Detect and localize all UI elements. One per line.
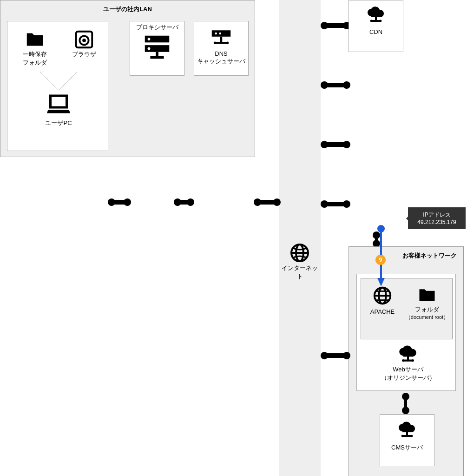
svg-point-12: [219, 33, 222, 35]
docroot-label1: フォルダ: [403, 305, 451, 314]
apache-node: APACHE: [364, 285, 401, 315]
laptop-icon: [42, 91, 75, 119]
svg-point-7: [148, 47, 151, 50]
svg-point-6: [148, 38, 151, 40]
customer-network-box: お客様ネットワーク APACHE フォルダ （document root）: [349, 246, 464, 476]
cdn-label: CDN: [349, 28, 403, 35]
svg-point-44: [412, 359, 414, 362]
arrow-start-dot: [377, 225, 385, 232]
step-badge: 9: [375, 255, 386, 265]
svg-point-47: [401, 435, 404, 437]
svg-rect-3: [51, 96, 67, 107]
callout-triangle: [40, 72, 77, 90]
server-rack-icon: [141, 32, 173, 64]
server-icon: [207, 25, 235, 50]
internet-node: インターネット: [279, 242, 321, 281]
web-server-node: Webサーバ （オリジンサーバ）: [380, 342, 436, 382]
svg-point-43: [402, 359, 404, 362]
folder-icon: [22, 29, 48, 50]
temp-folder-label1: 一時保存: [14, 50, 56, 59]
cms-label: CMSサーバ: [380, 443, 434, 452]
svg-point-15: [214, 42, 216, 44]
internet-label: インターネット: [279, 264, 321, 281]
docroot-label2: （document root）: [403, 314, 451, 321]
svg-point-16: [226, 42, 229, 44]
cms-node: CMSサーバ: [380, 414, 434, 466]
user-lan-box: ユーザの社内LAN 一時保存 フォルダ ブラウザ ユーザPC: [0, 0, 255, 157]
svg-point-34: [370, 20, 373, 22]
ip-tooltip-label2: 49.212.235.179: [414, 219, 460, 225]
dns-cache-label1: DNS: [194, 50, 248, 57]
docroot-node: フォルダ （document root）: [403, 285, 451, 321]
svg-point-35: [380, 20, 382, 22]
dns-cache-label2: キャッシュサーバ: [194, 57, 248, 66]
ip-tooltip: IPアドレス 49.212.235.179: [408, 207, 466, 229]
customer-title: お客様ネットワーク: [402, 251, 457, 260]
apache-label: APACHE: [364, 308, 401, 315]
web-server-group: APACHE フォルダ （document root） Webサーバ （オリジン…: [356, 274, 456, 391]
svg-marker-50: [377, 278, 385, 286]
svg-point-48: [411, 435, 413, 437]
user-pc-group: 一時保存 フォルダ ブラウザ ユーザPC: [7, 21, 108, 151]
user-pc-label: ユーザPC: [31, 119, 86, 127]
user-lan-title: ユーザの社内LAN: [0, 0, 255, 18]
svg-point-11: [215, 33, 217, 35]
cloud-server-icon: [394, 418, 420, 441]
proxy-label: プロキシサーバ: [130, 21, 184, 32]
temp-folder-node: 一時保存 フォルダ: [14, 29, 56, 67]
web-label1: Webサーバ: [380, 365, 436, 374]
cdn-node: CDN: [349, 0, 403, 52]
svg-point-2: [82, 39, 86, 42]
temp-folder-label2: フォルダ: [14, 59, 56, 67]
globe-icon: [289, 242, 311, 264]
user-pc-node: ユーザPC: [31, 91, 86, 127]
cloud-server-icon: [394, 342, 422, 365]
browser-icon: [73, 29, 95, 50]
web-inner: APACHE フォルダ （document root）: [361, 278, 453, 339]
cloud-server-icon: [363, 3, 389, 26]
ip-tooltip-label1: IPアドレス: [414, 211, 460, 219]
folder-icon: [415, 285, 439, 305]
conn-web-cms: [404, 394, 407, 411]
internet-column: [279, 0, 321, 476]
dns-cache-node: DNS キャッシュサーバ: [194, 21, 249, 76]
browser-label: ブラウザ: [63, 50, 105, 59]
proxy-node: プロキシサーバ: [130, 21, 184, 76]
browser-node: ブラウザ: [63, 29, 105, 59]
web-label2: （オリジンサーバ）: [380, 374, 436, 382]
